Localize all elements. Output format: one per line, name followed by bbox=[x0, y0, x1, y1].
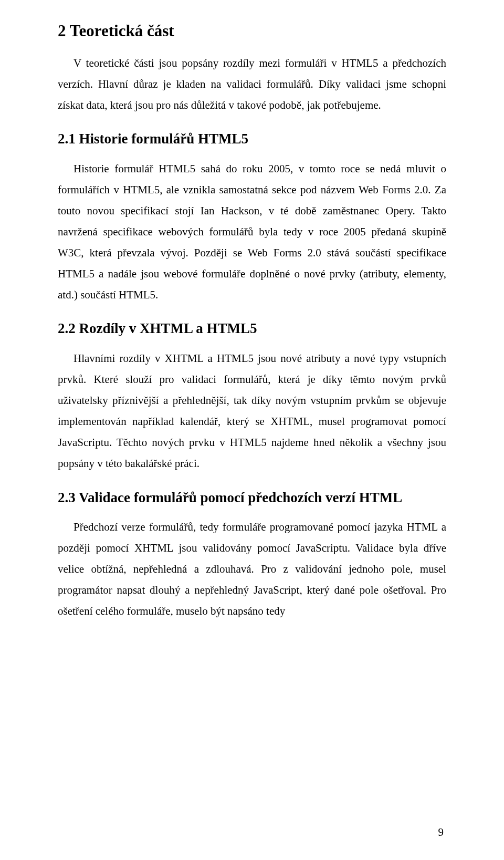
section-2-2-heading: 2.2 Rozdíly v XHTML a HTML5 bbox=[58, 320, 446, 338]
section-2-paragraph-1: V teoretické části jsou popsány rozdíly … bbox=[58, 53, 446, 116]
section-2-3-heading: 2.3 Validace formulářů pomocí předchozíc… bbox=[58, 489, 446, 507]
section-2-2-paragraph-1: Hlavními rozdíly v XHTML a HTML5 jsou no… bbox=[58, 348, 446, 474]
page-number: 9 bbox=[438, 826, 444, 839]
section-2-1-heading: 2.1 Historie formulářů HTML5 bbox=[58, 130, 446, 148]
document-page: 2 Teoretická část V teoretické části jso… bbox=[0, 0, 504, 860]
section-2-3-paragraph-1: Předchozí verze formulářů, tedy formulář… bbox=[58, 517, 446, 621]
section-2-1-paragraph-1: Historie formulář HTML5 sahá do roku 200… bbox=[58, 159, 446, 305]
section-2-heading: 2 Teoretická část bbox=[58, 21, 446, 42]
